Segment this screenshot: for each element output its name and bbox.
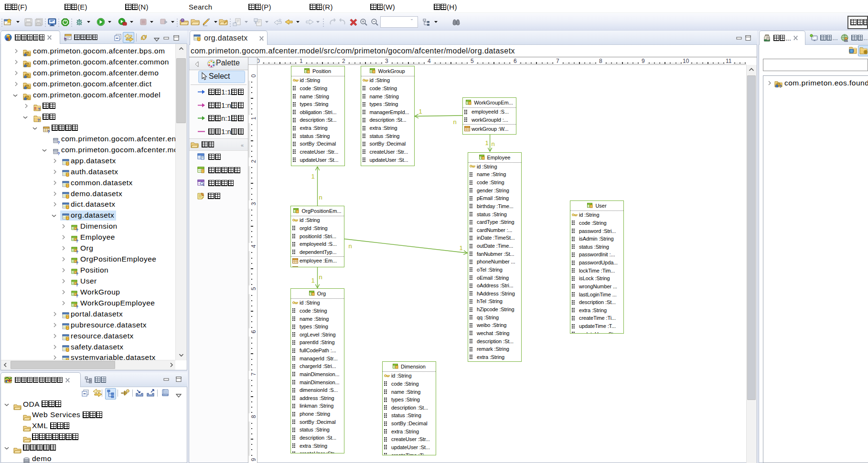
svg-text:n: n: [319, 194, 322, 201]
svg-text:?: ?: [76, 304, 79, 308]
svg-text:1: 1: [459, 244, 462, 252]
svg-text:1: 1: [311, 277, 314, 284]
svg-text:?: ?: [76, 261, 79, 265]
svg-text:n: n: [348, 242, 352, 250]
svg-text:?: ?: [47, 129, 50, 133]
svg-text:?: ?: [57, 151, 60, 155]
svg-text:1: 1: [485, 139, 488, 147]
svg-text:?: ?: [57, 140, 60, 144]
svg-text:n: n: [319, 274, 322, 281]
svg-text:?: ?: [37, 118, 40, 122]
svg-text:?: ?: [76, 282, 79, 286]
svg-text:?: ?: [76, 272, 79, 276]
svg-text:n: n: [491, 140, 494, 147]
svg-text:?: ?: [76, 239, 79, 243]
svg-text:1: 1: [311, 173, 314, 180]
svg-text:?: ?: [76, 228, 79, 232]
svg-text:?: ?: [38, 107, 41, 111]
svg-text:?: ?: [76, 250, 79, 254]
svg-text:n: n: [453, 118, 456, 126]
svg-text:?: ?: [779, 84, 782, 88]
svg-text:?: ?: [76, 293, 79, 297]
svg-text:1: 1: [418, 108, 422, 115]
